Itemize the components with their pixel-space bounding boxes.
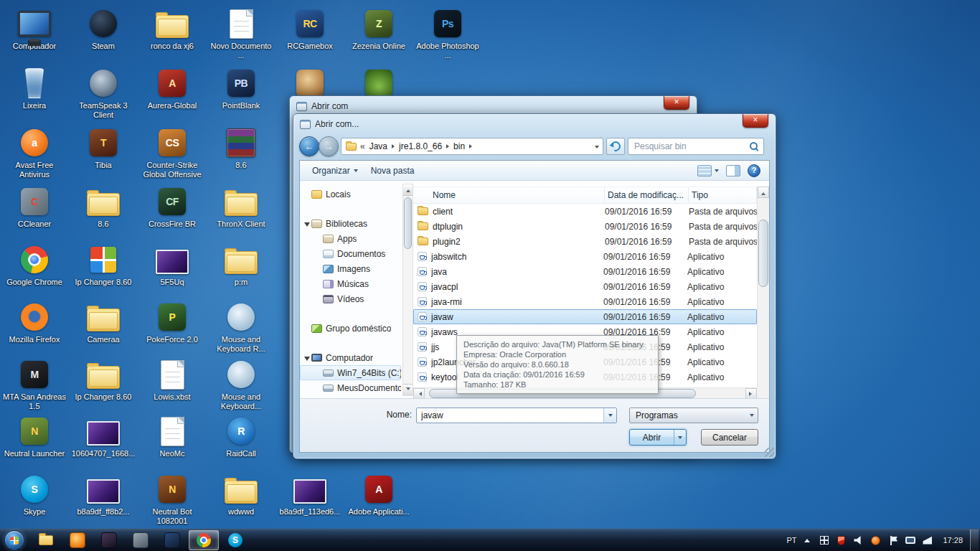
- desktop-icon[interactable]: P PokeForce 2.0: [139, 301, 205, 344]
- address-dropdown-icon[interactable]: [595, 146, 599, 149]
- display-icon[interactable]: [905, 535, 915, 546]
- expander-icon[interactable]: [304, 354, 311, 362]
- nav-item[interactable]: MeusDocumento: [300, 380, 401, 395]
- desktop-icon[interactable]: 8.6: [70, 185, 136, 229]
- desktop-icon[interactable]: Lowis.xbst: [139, 358, 205, 402]
- back-button[interactable]: [299, 136, 319, 156]
- desktop-icon[interactable]: ronco da xj6: [139, 7, 205, 51]
- file-row[interactable]: client 09/01/2016 16:59 Pasta de arquivo…: [413, 204, 757, 219]
- file-row[interactable]: jabswitch 09/01/2016 16:59 Aplicativo: [413, 249, 757, 264]
- action-center-icon[interactable]: [887, 535, 898, 546]
- desktop-icon[interactable]: CF CrossFire BR: [139, 185, 205, 229]
- scroll-up-button[interactable]: [403, 184, 413, 196]
- desktop-icon[interactable]: Ps Adobe Photoshop ...: [415, 7, 481, 60]
- nav-scrollbar[interactable]: [402, 184, 413, 396]
- scroll-up-button[interactable]: [758, 187, 769, 198]
- expander-icon[interactable]: [316, 235, 323, 243]
- expander-icon[interactable]: [304, 324, 311, 333]
- skype-taskbar-button[interactable]: S: [220, 530, 250, 550]
- file-row[interactable]: plugin2 09/01/2016 16:59 Pasta de arquiv…: [413, 234, 757, 249]
- help-button[interactable]: [748, 164, 760, 177]
- search-icon[interactable]: [748, 141, 760, 152]
- desktop-icon[interactable]: Lixeira: [1, 67, 67, 110]
- desktop-icon[interactable]: M MTA San Andreas 1.5: [1, 358, 67, 411]
- clock[interactable]: 17:28: [938, 536, 970, 545]
- desktop-icon[interactable]: Cameraa: [70, 301, 136, 344]
- desktop-icon[interactable]: NeoMc: [139, 415, 205, 458]
- close-icon[interactable]: [743, 114, 768, 128]
- desktop-icon[interactable]: Z Zezenia Online: [346, 7, 412, 51]
- network-icon[interactable]: [922, 535, 933, 546]
- desktop-icon[interactable]: C CCleaner: [1, 185, 67, 229]
- file-row[interactable]: javaw 09/01/2016 16:59 Aplicativo: [413, 309, 757, 324]
- desktop-icon[interactable]: b8a9df_ff8b2...: [70, 473, 136, 517]
- nav-item[interactable]: Músicas: [300, 276, 401, 291]
- expander-icon[interactable]: [316, 280, 323, 288]
- nav-item[interactable]: Computador: [300, 350, 401, 365]
- address-bar[interactable]: «Javajre1.8.0_66bin: [341, 138, 603, 155]
- open-button[interactable]: Abrir: [629, 429, 687, 446]
- expander-icon[interactable]: [316, 265, 323, 273]
- avast-icon[interactable]: [870, 535, 881, 546]
- desktop-icon[interactable]: A Aurera-Global: [139, 67, 205, 110]
- expander-icon[interactable]: [316, 369, 323, 377]
- desktop-icon[interactable]: TeamSpeak 3 Client: [70, 67, 136, 120]
- nav-item[interactable]: Vídeos: [300, 291, 401, 306]
- close-icon[interactable]: [664, 96, 689, 110]
- desktop-icon[interactable]: Steam: [70, 7, 136, 51]
- media-player-taskbar-button[interactable]: [62, 530, 93, 550]
- column-header-type[interactable]: Tipo: [689, 187, 757, 203]
- search-input[interactable]: [628, 141, 748, 151]
- organize-menu[interactable]: Organizar: [306, 164, 364, 178]
- expander-icon[interactable]: [316, 295, 323, 303]
- desktop-icon[interactable]: PB PointBlank: [208, 67, 274, 110]
- column-header-date[interactable]: Data de modificaç...: [605, 187, 689, 203]
- expander-icon[interactable]: [316, 384, 323, 392]
- app-1-taskbar-button[interactable]: [94, 530, 124, 550]
- desktop-icon[interactable]: b8a9df_113ed6...: [277, 473, 343, 517]
- explorer-taskbar-button[interactable]: [31, 530, 61, 550]
- hidden-icons-button[interactable]: [801, 539, 813, 542]
- desktop-icon[interactable]: S Skype: [1, 473, 67, 517]
- desktop-icon[interactable]: A Adobe Applicati...: [346, 473, 412, 517]
- expander-icon[interactable]: [316, 250, 323, 258]
- app-2-taskbar-button[interactable]: [126, 530, 156, 550]
- desktop-icon[interactable]: R RaidCall: [208, 415, 274, 458]
- nav-item[interactable]: Documentos: [300, 246, 401, 261]
- preview-pane-button[interactable]: [726, 165, 740, 176]
- show-desktop-button[interactable]: [970, 529, 979, 551]
- file-name-dropdown-button[interactable]: [603, 408, 616, 423]
- nav-item[interactable]: Locais: [300, 187, 401, 202]
- refresh-button[interactable]: [606, 138, 625, 155]
- desktop-icon[interactable]: Mozilla Firefox: [1, 301, 67, 344]
- file-row[interactable]: dtplugin 09/01/2016 16:59 Pasta de arqui…: [413, 219, 757, 234]
- dialog-titlebar[interactable]: Abrir com...: [293, 114, 776, 134]
- volume-icon[interactable]: [853, 535, 864, 546]
- scroll-down-button[interactable]: [403, 384, 413, 395]
- file-type-filter[interactable]: Programas: [629, 408, 758, 423]
- nav-item[interactable]: Grupo doméstico: [300, 321, 401, 336]
- desktop-icon[interactable]: Google Chrome: [1, 243, 67, 287]
- keyboard-layout-icon[interactable]: [819, 535, 829, 546]
- column-header-name[interactable]: Nome: [413, 187, 605, 203]
- nav-item[interactable]: Apps: [300, 231, 401, 246]
- desktop-icon[interactable]: Novo Documento ...: [208, 7, 274, 60]
- desktop-icon[interactable]: Ip Changer 8.60: [70, 358, 136, 402]
- nav-item[interactable]: Bibliotecas: [300, 216, 401, 231]
- file-name-input[interactable]: [417, 408, 603, 423]
- language-indicator[interactable]: PT: [781, 536, 801, 545]
- forward-button[interactable]: [319, 136, 339, 156]
- file-row[interactable]: javacpl 09/01/2016 16:59 Aplicativo: [413, 279, 757, 294]
- chrome-taskbar-button[interactable]: [189, 530, 219, 550]
- desktop-icon[interactable]: 10604707_1668...: [70, 415, 136, 458]
- desktop-icon[interactable]: Mouse and Keyboard...: [208, 358, 274, 411]
- desktop-icon[interactable]: 8.6: [208, 126, 274, 170]
- breadcrumb-item[interactable]: bin: [451, 141, 467, 151]
- vertical-scrollbar[interactable]: [757, 187, 769, 399]
- expander-icon[interactable]: [304, 220, 311, 228]
- scroll-left-button[interactable]: [413, 388, 425, 399]
- file-row[interactable]: java-rmi 09/01/2016 16:59 Aplicativo: [413, 294, 757, 309]
- desktop-icon[interactable]: RC RCGamebox: [277, 7, 343, 51]
- resize-grip[interactable]: [765, 448, 774, 457]
- cancel-button[interactable]: Cancelar: [701, 429, 758, 446]
